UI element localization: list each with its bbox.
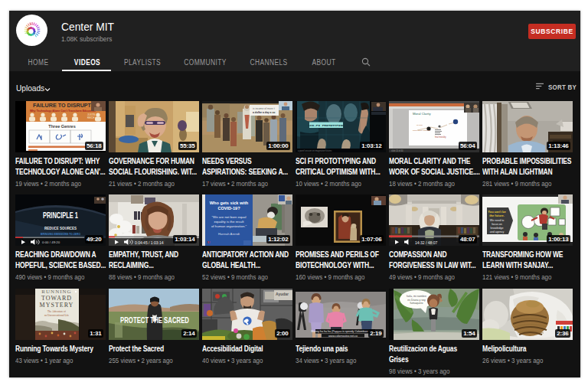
svg-text:0:00 / 49:20: 0:00 / 49:20 — [42, 240, 60, 244]
svg-text:es Diana y soy: es Diana y soy — [407, 299, 426, 302]
svg-text:MYSTERY: MYSTERY — [40, 302, 74, 309]
svg-text:REDUCE SOURCES: REDUCE SOURCES — [44, 226, 77, 230]
svg-text:Three Genres: Three Genres — [48, 124, 75, 129]
svg-text:U: U — [207, 240, 211, 244]
svg-text:a panel session on imagination: a panel session on imagination futures — [298, 149, 332, 152]
svg-text:equality is the result: equality is the result — [214, 220, 245, 224]
svg-text:TOWARD: TOWARD — [41, 295, 72, 302]
svg-text:fumaquero: fumaquero — [410, 302, 423, 305]
svg-text:an Unconventional Life: an Unconventional Life — [44, 314, 70, 317]
svg-text:moral clarity compass: moral clarity compass — [413, 129, 431, 132]
svg-text:Moral Clarity: Moral Clarity — [413, 112, 431, 116]
svg-text:the future.: the future. — [489, 214, 505, 217]
svg-text:14:32 / 48:07: 14:32 / 48:07 — [415, 240, 437, 245]
svg-text:0:04:45 / 1:03:14: 0:04:45 / 1:03:14 — [135, 240, 164, 245]
svg-text:and agency: and agency — [490, 230, 505, 234]
svg-text:RUNNING: RUNNING — [41, 289, 71, 295]
svg-text:focus on: focus on — [492, 223, 502, 226]
svg-text:www.colornoutez.net.co: www.colornoutez.net.co — [328, 335, 358, 338]
svg-text:PROTECT THE SACRED: PROTECT THE SACRED — [120, 315, 189, 325]
svg-text:We need to: We need to — [490, 219, 504, 222]
svg-text:no goal: no goal — [416, 124, 423, 126]
svg-text:REICH: REICH — [87, 116, 94, 119]
svg-text:SCI-FI PROTOTYPING: SCI-FI PROTOTYPING — [308, 123, 345, 127]
svg-text:"We are not born equal: "We are not born equal — [212, 215, 247, 219]
svg-text:COVID-19?: COVID-19? — [217, 206, 240, 211]
svg-text:of human organization.": of human organization." — [211, 224, 247, 228]
svg-text:Ayudar: Ayudar — [276, 292, 289, 296]
svg-text:final morality: final morality — [435, 136, 446, 139]
svg-text:Why Technology Alone Can't Tra: Why Technology Alone Can't Transform Edu… — [30, 109, 96, 113]
svg-text:Who gets sick with: Who gets sick with — [210, 201, 249, 205]
svg-text:PRINCIPLE 1: PRINCIPLE 1 — [43, 211, 78, 220]
svg-text:a dollar a day a co: a dollar a day a co — [253, 111, 275, 114]
svg-text:The Adventure of: The Adventure of — [47, 310, 67, 313]
svg-text:knowledge: knowledge — [490, 227, 503, 230]
svg-text:FAILURE TO DISRUPT: FAILURE TO DISRUPT — [33, 103, 91, 108]
svg-text:hola, mi nombre: hola, mi nombre — [407, 295, 426, 298]
svg-text:BRINGING EMISSIONS TO ZERO: BRINGING EMISSIONS TO ZERO — [41, 232, 80, 236]
svg-text:slide 14 of 40: slide 14 of 40 — [391, 149, 403, 152]
svg-text:Hannah Arendt: Hannah Arendt — [218, 232, 240, 236]
svg-text:is income of more t: is income of more t — [253, 107, 275, 110]
